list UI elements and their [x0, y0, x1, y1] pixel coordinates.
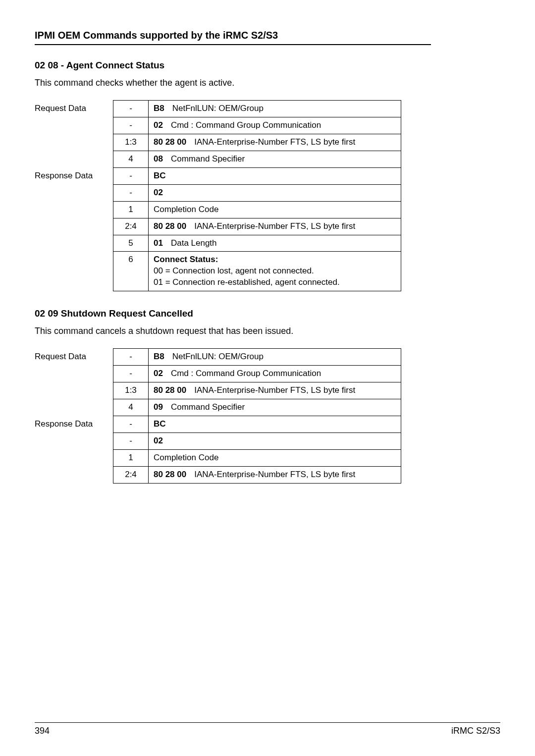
label-spacer	[35, 151, 113, 167]
table-row: 1:380 28 00IANA-Enterprise-Number FTS, L…	[113, 382, 401, 399]
label-spacer	[35, 201, 113, 218]
command-table: -B8NetFnlLUN: OEM/Group-02Cmd : Command …	[113, 100, 401, 291]
table-row: 2:480 28 00IANA-Enterprise-Number FTS, L…	[113, 218, 401, 235]
table-row: -02	[113, 432, 401, 449]
desc-cell: B8NetFnlLUN: OEM/Group	[149, 101, 401, 117]
response-data-label: Response Data	[35, 416, 113, 432]
table-row: -BC	[113, 167, 401, 184]
label-spacer	[35, 432, 113, 449]
table-row: 1Completion Code	[113, 201, 401, 218]
desc-cell: 80 28 00IANA-Enterprise-Number FTS, LS b…	[149, 218, 401, 235]
byte-cell: -	[113, 416, 149, 433]
desc-cell: B8NetFnlLUN: OEM/Group	[149, 349, 401, 366]
table-row: 6Connect Status:00 = Connection lost, ag…	[113, 252, 401, 291]
table-row: 2:480 28 00IANA-Enterprise-Number FTS, L…	[113, 466, 401, 483]
desc-cell: 01Data Length	[149, 235, 401, 252]
section-heading: 02 08 - Agent Connect Status	[35, 60, 431, 71]
byte-cell: 2:4	[113, 218, 149, 235]
label-spacer	[35, 399, 113, 416]
response-data-label: Response Data	[35, 167, 113, 184]
desc-cell: 80 28 00IANA-Enterprise-Number FTS, LS b…	[149, 382, 401, 399]
byte-cell: -	[113, 101, 149, 117]
table-row: -BC	[113, 416, 401, 433]
desc-cell: Completion Code	[149, 201, 401, 218]
section-heading: 02 09 Shutdown Request Cancelled	[35, 308, 431, 319]
table-row: 501Data Length	[113, 235, 401, 252]
labels-column: Request Data Response Data	[35, 348, 113, 483]
label-spacer	[35, 218, 113, 235]
desc-cell: 80 28 00IANA-Enterprise-Number FTS, LS b…	[149, 134, 401, 151]
byte-cell: -	[113, 167, 149, 184]
label-spacer	[35, 184, 113, 201]
table-row: -B8NetFnlLUN: OEM/Group	[113, 349, 401, 366]
labels-column: Request Data Response Data	[35, 100, 113, 269]
header-rule	[35, 44, 431, 45]
table-row: -B8NetFnlLUN: OEM/Group	[113, 101, 401, 117]
command-layout: Request Data Response Data -B8NetFnlLUN:…	[35, 348, 431, 484]
table-row: 409Command Specifier	[113, 399, 401, 416]
desc-cell: Completion Code	[149, 449, 401, 466]
command-layout: Request Data Response Data -B8NetFnlLUN:…	[35, 100, 431, 291]
desc-cell: BC	[149, 416, 401, 433]
section-description: This command checks whether the agent is…	[35, 78, 431, 88]
byte-cell: 2:4	[113, 466, 149, 483]
byte-cell: 5	[113, 235, 149, 252]
table-row: 1:380 28 00IANA-Enterprise-Number FTS, L…	[113, 134, 401, 151]
byte-cell: -	[113, 184, 149, 201]
table-row: 408Command Specifier	[113, 151, 401, 167]
label-spacer	[35, 382, 113, 399]
label-spacer	[35, 134, 113, 151]
table-row: -02	[113, 184, 401, 201]
desc-cell: 02	[149, 184, 401, 201]
table-row: -02Cmd : Command Group Communication	[113, 117, 401, 134]
byte-cell: 1	[113, 449, 149, 466]
label-spacer	[35, 365, 113, 382]
desc-cell: 80 28 00IANA-Enterprise-Number FTS, LS b…	[149, 466, 401, 483]
label-spacer	[35, 252, 113, 269]
byte-cell: 1	[113, 201, 149, 218]
table-row: -02Cmd : Command Group Communication	[113, 366, 401, 382]
page-header: IPMI OEM Commands supported by the iRMC …	[35, 30, 431, 45]
byte-cell: -	[113, 432, 149, 449]
desc-cell: BC	[149, 167, 401, 184]
byte-cell: 1:3	[113, 134, 149, 151]
byte-cell: -	[113, 366, 149, 382]
desc-cell: 02Cmd : Command Group Communication	[149, 366, 401, 382]
byte-cell: 4	[113, 151, 149, 167]
command-table: -B8NetFnlLUN: OEM/Group-02Cmd : Command …	[113, 348, 401, 484]
header-title: IPMI OEM Commands supported by the iRMC …	[35, 30, 431, 41]
label-spacer	[35, 466, 113, 483]
desc-cell: Connect Status:00 = Connection lost, age…	[149, 252, 401, 291]
byte-cell: 4	[113, 399, 149, 416]
byte-cell: -	[113, 117, 149, 134]
desc-cell: 02Cmd : Command Group Communication	[149, 117, 401, 134]
desc-cell: 08Command Specifier	[149, 151, 401, 167]
byte-cell: 1:3	[113, 382, 149, 399]
byte-cell: 6	[113, 252, 149, 291]
label-spacer	[35, 117, 113, 134]
request-data-label: Request Data	[35, 348, 113, 365]
request-data-label: Request Data	[35, 100, 113, 117]
desc-cell: 09Command Specifier	[149, 399, 401, 416]
label-spacer	[35, 449, 113, 466]
desc-cell: 02	[149, 432, 401, 449]
label-spacer	[35, 235, 113, 252]
table-row: 1Completion Code	[113, 449, 401, 466]
byte-cell: -	[113, 349, 149, 366]
section-description: This command cancels a shutdown request …	[35, 326, 431, 336]
